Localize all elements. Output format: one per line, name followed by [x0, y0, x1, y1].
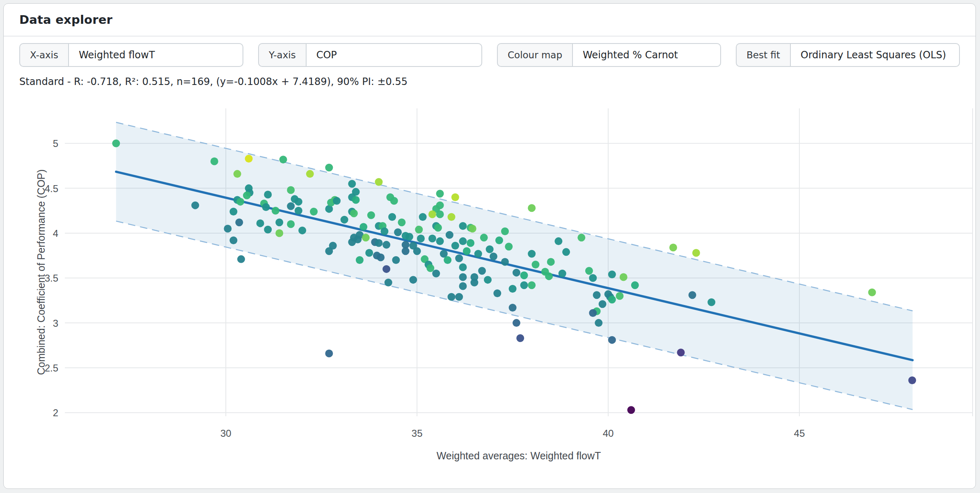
data-point[interactable]	[620, 273, 627, 281]
data-point[interactable]	[484, 276, 492, 284]
data-point[interactable]	[528, 281, 536, 289]
data-point[interactable]	[350, 209, 358, 217]
data-point[interactable]	[348, 238, 356, 246]
data-point[interactable]	[708, 298, 715, 306]
data-point[interactable]	[428, 235, 436, 243]
data-point[interactable]	[367, 211, 375, 219]
data-point[interactable]	[446, 231, 453, 239]
data-point[interactable]	[501, 258, 509, 266]
data-point[interactable]	[191, 202, 199, 209]
data-point[interactable]	[616, 292, 623, 300]
data-point[interactable]	[279, 156, 287, 163]
data-point[interactable]	[375, 239, 382, 247]
data-point[interactable]	[689, 291, 696, 299]
data-point[interactable]	[868, 289, 876, 296]
data-point[interactable]	[436, 190, 444, 197]
data-point[interactable]	[333, 197, 341, 205]
data-point[interactable]	[419, 213, 427, 221]
data-point[interactable]	[287, 220, 295, 228]
data-point[interactable]	[394, 228, 402, 236]
data-point[interactable]	[545, 272, 553, 280]
data-point[interactable]	[513, 269, 520, 277]
x-axis-select[interactable]: Weighted flowT	[68, 43, 243, 67]
data-point[interactable]	[495, 236, 503, 244]
data-point[interactable]	[341, 216, 348, 224]
data-point[interactable]	[520, 281, 528, 289]
data-point[interactable]	[692, 249, 700, 257]
data-point[interactable]	[562, 248, 570, 256]
data-point[interactable]	[306, 170, 314, 178]
data-point[interactable]	[390, 197, 398, 205]
data-point[interactable]	[669, 243, 677, 251]
data-point[interactable]	[631, 281, 639, 289]
data-point[interactable]	[559, 270, 566, 277]
data-point[interactable]	[467, 239, 474, 247]
data-point[interactable]	[388, 213, 396, 221]
data-point[interactable]	[459, 222, 467, 230]
data-point[interactable]	[459, 264, 467, 271]
colour-map-select[interactable]: Weighted % Carnot	[572, 43, 721, 67]
data-point[interactable]	[577, 234, 585, 241]
data-point[interactable]	[352, 196, 360, 204]
data-point[interactable]	[528, 250, 536, 258]
data-point[interactable]	[493, 289, 501, 297]
data-point[interactable]	[359, 223, 367, 231]
data-point[interactable]	[298, 227, 306, 234]
data-point[interactable]	[264, 226, 272, 234]
data-point[interactable]	[608, 336, 616, 344]
data-point[interactable]	[235, 218, 243, 226]
data-point[interactable]	[589, 274, 597, 282]
data-point[interactable]	[262, 203, 270, 211]
data-point[interactable]	[490, 252, 497, 260]
data-point[interactable]	[513, 319, 520, 327]
data-point[interactable]	[275, 218, 283, 226]
data-point[interactable]	[478, 267, 486, 275]
data-point[interactable]	[234, 170, 241, 178]
data-point[interactable]	[593, 291, 601, 299]
data-point[interactable]	[448, 293, 456, 301]
data-point[interactable]	[627, 406, 635, 414]
data-point[interactable]	[589, 309, 597, 317]
data-point[interactable]	[211, 158, 218, 165]
data-point[interactable]	[516, 334, 524, 342]
data-point[interactable]	[595, 319, 602, 327]
data-point[interactable]	[229, 236, 237, 244]
data-point[interactable]	[426, 264, 434, 272]
data-point[interactable]	[455, 255, 463, 262]
data-point[interactable]	[405, 233, 413, 241]
data-point[interactable]	[434, 224, 442, 232]
data-point[interactable]	[310, 208, 318, 216]
data-point[interactable]	[375, 178, 382, 186]
best-fit-select[interactable]: Ordinary Least Squares (OLS)	[790, 43, 960, 67]
data-point[interactable]	[432, 270, 440, 277]
data-point[interactable]	[486, 245, 494, 253]
data-point[interactable]	[229, 208, 237, 216]
data-point[interactable]	[448, 213, 456, 221]
data-point[interactable]	[224, 225, 231, 233]
data-point[interactable]	[365, 249, 373, 257]
data-point[interactable]	[264, 190, 272, 198]
data-point[interactable]	[275, 229, 283, 237]
data-point[interactable]	[480, 234, 488, 241]
data-point[interactable]	[428, 211, 436, 218]
data-point[interactable]	[237, 255, 245, 263]
data-point[interactable]	[287, 202, 295, 210]
data-point[interactable]	[325, 164, 333, 172]
data-point[interactable]	[599, 300, 607, 308]
data-point[interactable]	[451, 193, 459, 201]
data-point[interactable]	[409, 276, 417, 284]
data-point[interactable]	[382, 265, 390, 273]
data-point[interactable]	[287, 186, 295, 194]
data-point[interactable]	[505, 243, 513, 250]
data-point[interactable]	[329, 242, 337, 250]
data-point[interactable]	[531, 261, 539, 268]
data-point[interactable]	[295, 198, 302, 206]
data-point[interactable]	[382, 241, 390, 249]
data-point[interactable]	[356, 256, 364, 264]
data-point[interactable]	[392, 256, 400, 264]
data-point[interactable]	[501, 227, 509, 235]
data-point[interactable]	[469, 225, 476, 233]
data-point[interactable]	[377, 253, 385, 261]
data-point[interactable]	[470, 279, 478, 287]
y-axis-select[interactable]: COP	[306, 43, 482, 67]
